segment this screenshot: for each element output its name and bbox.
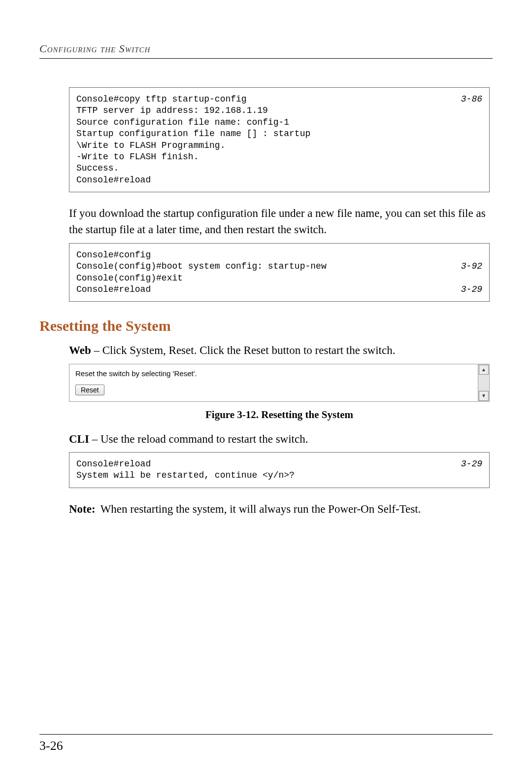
code-line: -Write to FLASH finish. xyxy=(76,151,199,163)
scroll-up-button[interactable]: ▲ xyxy=(479,365,489,375)
code-box-boot: Console#config Console(config)#boot syst… xyxy=(69,243,490,302)
code-box-tftp: Console#copy tftp startup-config3-86 TFT… xyxy=(69,87,490,192)
scroll-down-button[interactable]: ▼ xyxy=(479,391,489,401)
note-label: Note: xyxy=(69,501,96,517)
web-label: Web xyxy=(69,344,91,356)
code-line: Console#reload xyxy=(76,458,151,470)
header-rule xyxy=(39,58,493,59)
code-ref: 3-29 xyxy=(461,284,482,295)
cli-label: CLI xyxy=(69,433,89,445)
note-block: Note: When restarting the system, it wil… xyxy=(69,501,490,517)
page-number: 3-26 xyxy=(39,734,493,753)
code-line: \Write to FLASH Programming. xyxy=(76,140,225,151)
web-panel-instruction: Reset the switch by selecting 'Reset'. xyxy=(75,369,472,378)
code-line: Console#config xyxy=(76,249,151,261)
content-area: Console#copy tftp startup-config3-86 TFT… xyxy=(69,87,490,517)
code-box-reload: Console#reload3-29 System will be restar… xyxy=(69,452,490,488)
arrow-down-icon: ▼ xyxy=(481,393,486,398)
code-ref: 3-86 xyxy=(461,94,482,105)
code-line: Console#reload xyxy=(76,175,151,186)
note-text: When restarting the system, it will alwa… xyxy=(100,501,490,517)
code-ref: 3-29 xyxy=(461,458,482,470)
cli-text: – Use the reload command to restart the … xyxy=(89,433,308,445)
code-line: System will be restarted, continue <y/n>… xyxy=(76,470,295,481)
web-panel-body: Reset the switch by selecting 'Reset'. R… xyxy=(69,364,478,401)
reset-button[interactable]: Reset xyxy=(75,385,104,395)
web-reset-panel: Reset the switch by selecting 'Reset'. R… xyxy=(69,364,490,402)
figure-caption: Figure 3-12. Resetting the System xyxy=(69,409,490,421)
cli-instruction-line: CLI – Use the reload command to restart … xyxy=(69,431,490,447)
paragraph-startup-file: If you download the startup configuratio… xyxy=(69,205,490,238)
scrollbar[interactable]: ▲ ▼ xyxy=(478,364,489,401)
code-line: Success. xyxy=(76,163,119,174)
code-line: Console(config)#boot system config: star… xyxy=(76,261,327,272)
code-line: Console#reload xyxy=(76,284,151,295)
code-ref: 3-92 xyxy=(461,261,482,272)
code-line: Source configuration file name: config-1 xyxy=(76,117,289,128)
web-instruction-line: Web – Click System, Reset. Click the Res… xyxy=(69,342,490,358)
web-text: – Click System, Reset. Click the Reset b… xyxy=(91,344,396,356)
code-line: TFTP server ip address: 192.168.1.19 xyxy=(76,105,268,116)
code-line: Startup configuration file name [] : sta… xyxy=(76,128,310,140)
code-line: Console#copy tftp startup-config xyxy=(76,94,247,105)
section-heading-resetting: Resetting the System xyxy=(39,317,490,334)
code-line: Console(config)#exit xyxy=(76,273,183,284)
running-head: Configuring the Switch xyxy=(39,42,493,55)
page: Configuring the Switch Console#copy tftp… xyxy=(0,0,532,774)
arrow-up-icon: ▲ xyxy=(481,367,486,372)
